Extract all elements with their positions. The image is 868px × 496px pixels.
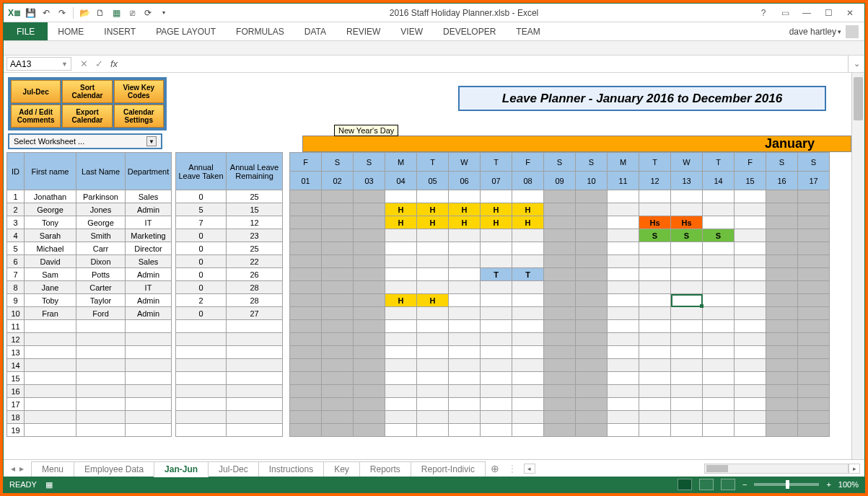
ribbon-tab-data[interactable]: DATA [294, 22, 336, 40]
sheet-tab[interactable]: Reports [359, 461, 411, 477]
cancel-formula-icon[interactable]: ✕ [80, 58, 88, 69]
newyear-tooltip: New Year's Day [334, 125, 398, 136]
table-row[interactable]: 18 [7, 411, 830, 424]
table-row[interactable]: 10FranFordAdmin027 [7, 307, 830, 320]
sheet-tab[interactable]: Key [323, 461, 360, 477]
workarea: Jul-Dec Sort Calendar View Key Codes Add… [4, 73, 864, 459]
horizontal-scrollbar[interactable] [704, 464, 849, 474]
window-title: 2016 Staff Holiday Planner.xlsb - Excel [175, 8, 753, 18]
sort-calendar-button[interactable]: Sort Calendar [62, 80, 112, 103]
zoom-in-icon[interactable]: + [826, 480, 830, 489]
fx-icon[interactable]: fx [110, 58, 118, 69]
formula-bar-row: AA13▼ ✕ ✓ fx ⌄ [4, 56, 864, 73]
enter-formula-icon[interactable]: ✓ [95, 58, 103, 69]
add-edit-comments-button[interactable]: Add / Edit Comments [11, 105, 61, 128]
planner-grid[interactable]: IDFirst nameLast NameDepartmentAnnual Le… [6, 152, 830, 437]
macro-record-icon[interactable]: ▦ [45, 480, 53, 490]
save-icon[interactable]: 💾 [24, 6, 37, 19]
view-normal-icon[interactable] [678, 479, 692, 490]
table-row[interactable]: 5MichaelCarrDirector025 [7, 242, 830, 255]
status-bar: READY ▦ − + 100% [4, 477, 864, 492]
ribbon-tab-review[interactable]: REVIEW [336, 22, 390, 40]
hscroll-right-icon[interactable]: ▸ [849, 464, 860, 474]
sheet-tab[interactable]: Report-Indivic [411, 461, 486, 477]
user-name[interactable]: dave hartley [789, 27, 836, 37]
tab-nav-first-icon[interactable]: ◂ [11, 464, 15, 474]
chevron-down-icon: ▼ [146, 136, 157, 146]
view-pagebreak-icon[interactable] [721, 479, 735, 490]
excel-icon: X≣ [8, 6, 21, 19]
table-row[interactable]: 4SarahSmithMarketing023SSS [7, 229, 830, 242]
month-strip: January [302, 136, 851, 152]
tab-nav-last-icon[interactable]: ▸ [19, 464, 24, 474]
ribbon-tab-home[interactable]: HOME [48, 22, 94, 40]
qat-dropdown-icon[interactable]: ▾ [157, 6, 170, 19]
help-icon[interactable]: ? [753, 6, 773, 20]
custom-toolbar-panel: Jul-Dec Sort Calendar View Key Codes Add… [8, 77, 167, 149]
table-row[interactable]: 16 [7, 385, 830, 398]
table-row[interactable]: 15 [7, 372, 830, 385]
vertical-scrollbar[interactable] [851, 73, 864, 459]
title-bar: X≣ 💾 ↶ ↷ 📂 🗋 ▦ ⎚ ⟳ ▾ 2016 Staff Holiday … [4, 4, 864, 22]
ribbon-tab-pagelayout[interactable]: PAGE LAYOUT [146, 22, 226, 40]
excel-window: X≣ 💾 ↶ ↷ 📂 🗋 ▦ ⎚ ⟳ ▾ 2016 Staff Holiday … [3, 3, 865, 493]
sheet-tab[interactable]: Employee Data [74, 461, 154, 477]
macro-icon[interactable]: ⎚ [126, 6, 139, 19]
table-row[interactable]: 13 [7, 346, 830, 359]
table-row[interactable]: 3TonyGeorgeIT712HHHHHHsHs [7, 216, 830, 229]
sheet-tab-strip: ◂ ▸ MenuEmployee DataJan-JunJul-DecInstr… [4, 459, 864, 477]
view-key-codes-button[interactable]: View Key Codes [114, 80, 164, 103]
redo-icon[interactable]: ↷ [56, 6, 69, 19]
ribbon-tab-view[interactable]: VIEW [390, 22, 433, 40]
ribbon-tab-team[interactable]: TEAM [506, 22, 550, 40]
zoom-out-icon[interactable]: − [742, 480, 747, 489]
new-sheet-button[interactable]: ⊕ [485, 463, 505, 474]
ribbon-tab-formulas[interactable]: FORMULAS [226, 22, 294, 40]
table-row[interactable]: 14 [7, 359, 830, 372]
refresh-icon[interactable]: ⟳ [141, 6, 154, 19]
export-calendar-button[interactable]: Export Calendar [62, 105, 112, 128]
table-row[interactable]: 8JaneCarterIT028 [7, 281, 830, 294]
hscroll-left-icon[interactable]: ◂ [524, 464, 535, 474]
ribbon-tab-developer[interactable]: DEVELOPER [433, 22, 506, 40]
sheet-tab[interactable]: Jan-Jun [154, 461, 209, 477]
ribbon-tabs: FILE HOME INSERT PAGE LAYOUT FORMULAS DA… [4, 22, 864, 41]
table-row[interactable]: 7SamPottsAdmin026TT [7, 268, 830, 281]
avatar[interactable] [846, 25, 859, 38]
worksheet-selector[interactable]: Select Worksheet ... ▼ [8, 133, 162, 149]
ribbon-body [4, 41, 864, 56]
zoom-level[interactable]: 100% [838, 480, 859, 489]
juldec-button[interactable]: Jul-Dec [11, 80, 61, 103]
undo-icon[interactable]: ↶ [40, 6, 53, 19]
table-row[interactable]: 2GeorgeJonesAdmin515HHHHH [7, 203, 830, 216]
quick-access-toolbar: X≣ 💾 ↶ ↷ 📂 🗋 ▦ ⎚ ⟳ ▾ [4, 6, 175, 19]
open-icon[interactable]: 📂 [78, 6, 91, 19]
format-icon[interactable]: ▦ [110, 6, 123, 19]
name-box[interactable]: AA13▼ [6, 57, 71, 71]
ribbon-tab-insert[interactable]: INSERT [94, 22, 146, 40]
calendar-settings-button[interactable]: Calendar Settings [114, 105, 164, 128]
sheet-tab[interactable]: Instructions [258, 461, 324, 477]
new-icon[interactable]: 🗋 [94, 6, 107, 19]
sheet-tab[interactable]: Jul-Dec [208, 461, 259, 477]
formula-expand-icon[interactable]: ⌄ [849, 56, 864, 72]
file-tab[interactable]: FILE [4, 22, 48, 40]
sheet-tab[interactable]: Menu [31, 461, 74, 477]
formula-input[interactable] [123, 56, 849, 72]
view-pagelayout-icon[interactable] [699, 479, 714, 490]
status-ready: READY [9, 480, 37, 489]
minimize-icon[interactable]: — [797, 6, 817, 20]
zoom-slider[interactable] [754, 483, 819, 486]
ribbon-options-icon[interactable]: ▭ [775, 6, 795, 20]
table-row[interactable]: 19 [7, 424, 830, 437]
table-row[interactable]: 11 [7, 320, 830, 333]
planner-title: Leave Planner - January 2016 to December… [458, 86, 826, 111]
close-icon[interactable]: ✕ [840, 6, 860, 20]
table-row[interactable]: 6DavidDixonSales022 [7, 255, 830, 268]
table-row[interactable]: 9TobyTaylorAdmin228HH [7, 294, 830, 307]
maximize-icon[interactable]: ☐ [818, 6, 838, 20]
table-row[interactable]: 1JonathanParkinsonSales025 [7, 190, 830, 203]
table-row[interactable]: 12 [7, 333, 830, 346]
table-row[interactable]: 17 [7, 398, 830, 411]
